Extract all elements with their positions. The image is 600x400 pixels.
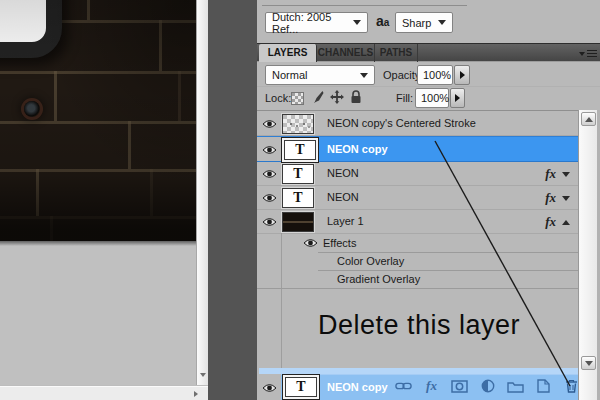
visibility-eye-icon[interactable]	[262, 145, 277, 157]
text-layer-thumbnail[interactable]: T	[282, 188, 314, 208]
brick-wall-image	[0, 0, 196, 241]
panel-menu-lines-icon	[587, 50, 597, 57]
document-vertical-scrollbar[interactable]	[196, 0, 208, 386]
visibility-eye-icon[interactable]	[262, 217, 277, 229]
effects-label: Effects	[323, 237, 356, 249]
lock-position-icon[interactable]	[330, 90, 344, 106]
link-layers-icon[interactable]	[395, 378, 412, 394]
visibility-eye-icon[interactable]	[262, 383, 277, 395]
layer-style-fx-icon[interactable]: fx	[545, 166, 556, 182]
panel-menu-icon	[579, 52, 585, 56]
panel-tab-bar: LAYERS CHANNELS PATHS	[257, 43, 600, 61]
chevron-down-icon	[353, 20, 361, 25]
layer-row[interactable]: NEON copy's Centered Stroke	[257, 112, 578, 136]
layer-name: NEON	[327, 191, 359, 203]
layer-name: NEON copy	[327, 143, 388, 155]
font-dropdown[interactable]: Dutch: 2005 Ref...	[265, 12, 368, 33]
chevron-down-icon	[438, 20, 446, 25]
layer-row[interactable]: T NEON fx	[257, 186, 578, 210]
photoshop-workspace: Dutch: 2005 Ref... aa Sharp LAYERS CHANN…	[0, 0, 600, 400]
text-layer-thumbnail[interactable]: T	[282, 164, 314, 184]
tab-channels[interactable]: CHANNELS	[317, 44, 375, 62]
layer-name: NEON copy's Centered Stroke	[327, 117, 476, 129]
scroll-right-icon	[194, 391, 198, 397]
delete-layer-trash-icon[interactable]	[563, 378, 580, 394]
annotation-delete-this-layer: Delete this layer	[318, 310, 520, 341]
lock-transparency-icon[interactable]	[291, 92, 304, 105]
opacity-slider-button[interactable]	[454, 65, 470, 85]
list-bottom-separator	[257, 288, 578, 289]
layer-row[interactable]: Layer 1 fx	[257, 210, 578, 234]
new-adjustment-layer-icon[interactable]	[479, 378, 496, 394]
blend-mode-value: Normal	[272, 69, 307, 81]
lock-label: Lock:	[265, 92, 291, 104]
layer-name: NEON	[327, 167, 359, 179]
layer-row-selected[interactable]: T NEON copy	[257, 136, 578, 162]
effect-item-row[interactable]: Color Overlay	[257, 252, 578, 270]
font-dropdown-value: Dutch: 2005 Ref...	[272, 11, 353, 35]
document-pasteboard	[0, 0, 196, 386]
image-layer-thumbnail[interactable]	[282, 212, 314, 232]
collapse-fx-icon[interactable]	[562, 196, 570, 201]
slider-arrow-icon	[460, 71, 465, 79]
fill-slider-button[interactable]	[450, 88, 465, 108]
effect-name: Gradient Overlay	[337, 273, 420, 285]
visibility-eye-icon[interactable]	[262, 169, 277, 181]
visibility-eye-icon[interactable]	[303, 238, 318, 250]
scroll-up-icon	[585, 117, 593, 122]
add-layer-style-icon[interactable]: fx	[423, 378, 440, 394]
bottom-layer-name: NEON copy	[327, 381, 388, 393]
text-layer-thumbnail[interactable]: T	[285, 377, 317, 397]
fill-field[interactable]: 100%	[415, 88, 449, 108]
layer-style-fx-icon[interactable]: fx	[545, 214, 556, 230]
chevron-down-icon	[360, 73, 368, 78]
slider-arrow-icon	[455, 94, 460, 102]
new-layer-icon[interactable]	[535, 378, 552, 394]
antialias-dropdown[interactable]: Sharp	[395, 12, 453, 33]
layer-style-fx-icon[interactable]: fx	[545, 190, 556, 206]
scroll-down-icon	[585, 361, 593, 366]
document-horizontal-scrollbar[interactable]	[0, 386, 208, 400]
layer-row[interactable]: T NEON fx	[257, 162, 578, 186]
text-layer-thumbnail[interactable]: T	[284, 140, 316, 160]
visibility-eye-icon[interactable]	[262, 119, 277, 131]
fill-label: Fill:	[396, 92, 413, 104]
collapse-fx-icon[interactable]	[562, 220, 570, 225]
layer-name: Layer 1	[327, 215, 364, 227]
layers-scrollbar[interactable]	[578, 110, 597, 400]
application-background	[208, 0, 257, 400]
panel-menu-button[interactable]	[579, 50, 597, 57]
collapse-fx-icon[interactable]	[562, 172, 570, 177]
scroll-down-button[interactable]	[581, 356, 596, 370]
opacity-field[interactable]: 100%	[417, 65, 453, 85]
lock-pixels-icon[interactable]	[310, 90, 324, 106]
new-group-icon[interactable]	[507, 378, 524, 394]
tab-paths[interactable]: PATHS	[375, 44, 418, 62]
blend-mode-dropdown[interactable]: Normal	[265, 65, 375, 85]
scroll-down-icon	[200, 373, 206, 377]
row-separator	[257, 86, 600, 87]
effects-header-row[interactable]: Effects	[257, 234, 578, 252]
scroll-up-button[interactable]	[581, 112, 596, 126]
panel-divider	[262, 5, 467, 6]
add-layer-mask-icon[interactable]	[451, 378, 468, 394]
bottom-layer-row[interactable]: T NEON copy fx	[257, 374, 578, 400]
antialias-icon: aa	[376, 13, 389, 29]
scroll-right-button[interactable]	[190, 388, 202, 400]
layer-thumbnail[interactable]	[282, 114, 314, 134]
visibility-eye-icon[interactable]	[262, 193, 277, 205]
effect-name: Color Overlay	[337, 255, 404, 267]
image-drop-shadow	[0, 241, 196, 246]
scroll-down-button[interactable]	[198, 368, 208, 381]
antialias-dropdown-value: Sharp	[402, 17, 431, 29]
effect-item-row[interactable]: Gradient Overlay	[257, 270, 578, 288]
lock-all-icon[interactable]	[350, 90, 362, 106]
tab-layers[interactable]: LAYERS	[259, 44, 317, 62]
